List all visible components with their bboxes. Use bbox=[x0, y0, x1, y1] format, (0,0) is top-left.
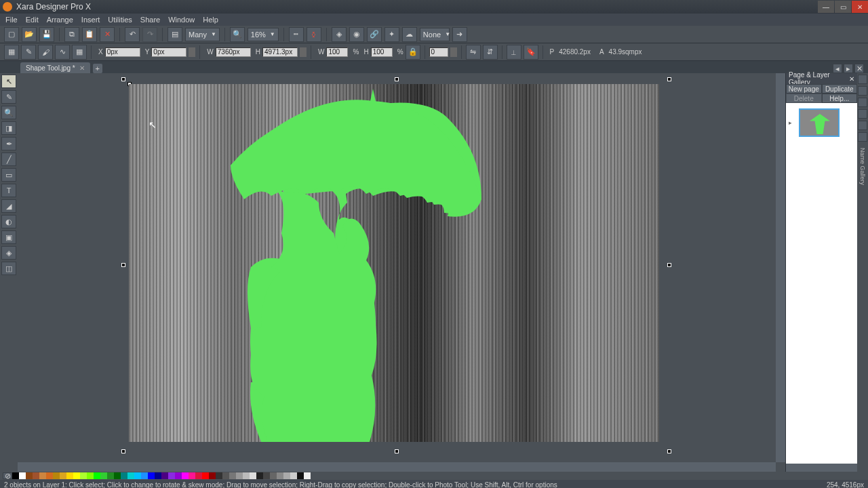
gallery5-icon[interactable] bbox=[858, 121, 867, 130]
color-swatch[interactable] bbox=[26, 472, 33, 479]
angle-spinner[interactable] bbox=[450, 47, 457, 57]
color-swatch[interactable] bbox=[250, 472, 256, 479]
delete-button[interactable]: Delete bbox=[786, 94, 822, 103]
angle-input[interactable] bbox=[429, 47, 448, 57]
color-swatch[interactable] bbox=[39, 472, 46, 479]
line-tool[interactable]: ╱ bbox=[1, 152, 16, 166]
canvas-area[interactable]: ↖ bbox=[18, 73, 785, 472]
panel-scrollbar[interactable] bbox=[786, 464, 857, 472]
close-button[interactable]: ✕ bbox=[852, 1, 868, 13]
color-swatch[interactable] bbox=[114, 472, 121, 479]
color-swatch[interactable] bbox=[73, 472, 80, 479]
color-swatch[interactable] bbox=[66, 472, 73, 479]
gallery2-icon[interactable] bbox=[858, 86, 867, 96]
color-swatch[interactable] bbox=[236, 472, 243, 479]
color-swatch[interactable] bbox=[121, 472, 127, 479]
color-swatch[interactable] bbox=[189, 472, 195, 479]
menu-insert[interactable]: Insert bbox=[81, 16, 100, 24]
zoom-dropdown[interactable]: 16%▼ bbox=[248, 28, 279, 41]
menu-file[interactable]: File bbox=[5, 16, 18, 24]
color-swatch[interactable] bbox=[182, 472, 189, 479]
grid-icon[interactable]: ▦ bbox=[72, 45, 87, 60]
selection-type-dropdown[interactable]: Many▼ bbox=[185, 28, 220, 41]
undo-button[interactable]: ↶ bbox=[125, 27, 140, 42]
color-swatch[interactable] bbox=[304, 472, 311, 479]
new-button[interactable]: ▢ bbox=[4, 27, 19, 42]
color-swatch[interactable] bbox=[195, 472, 202, 479]
help-button[interactable]: Help... bbox=[822, 94, 858, 103]
color-swatch[interactable] bbox=[229, 472, 236, 479]
color-swatch[interactable] bbox=[107, 472, 114, 479]
color-swatch[interactable] bbox=[161, 472, 168, 479]
eraser-tool[interactable]: ◨ bbox=[1, 121, 16, 135]
selection-handle[interactable] bbox=[121, 263, 125, 267]
redo-button[interactable]: ↷ bbox=[142, 27, 157, 42]
bevel-tool[interactable]: ◈ bbox=[1, 246, 16, 260]
color-swatch[interactable] bbox=[283, 472, 290, 479]
paste-button[interactable]: 📋 bbox=[82, 27, 97, 42]
selection-handle[interactable] bbox=[395, 77, 399, 81]
color-swatch[interactable] bbox=[60, 472, 66, 479]
color-swatch[interactable] bbox=[222, 472, 229, 479]
color-swatch[interactable] bbox=[94, 472, 100, 479]
brush-icon[interactable]: 🖌 bbox=[38, 45, 53, 60]
maximize-button[interactable]: ▭ bbox=[835, 1, 851, 13]
selection-handle[interactable] bbox=[667, 77, 671, 81]
rectangle-tool[interactable]: ▭ bbox=[1, 168, 16, 182]
color-swatch[interactable] bbox=[270, 472, 277, 479]
xy-spinner[interactable] bbox=[189, 47, 195, 57]
selection-handle[interactable] bbox=[667, 449, 671, 453]
lock-aspect-icon[interactable]: 🔒 bbox=[406, 45, 420, 60]
apply-button[interactable]: ➜ bbox=[452, 27, 467, 42]
save-button[interactable]: 💾 bbox=[39, 27, 54, 42]
expand-icon[interactable]: ▸ bbox=[789, 119, 792, 126]
color-swatch[interactable] bbox=[297, 472, 304, 479]
selection-handle[interactable] bbox=[667, 263, 671, 267]
color-swatch[interactable] bbox=[277, 472, 283, 479]
color-swatch[interactable] bbox=[46, 472, 53, 479]
y-input[interactable] bbox=[151, 47, 186, 57]
wp-input[interactable] bbox=[326, 47, 348, 57]
new-tab-button[interactable]: + bbox=[93, 64, 102, 73]
delete-button[interactable]: ✕ bbox=[100, 27, 115, 42]
color-swatch[interactable] bbox=[12, 472, 19, 479]
photo-tool[interactable]: 🔍 bbox=[1, 106, 16, 119]
menu-share[interactable]: Share bbox=[140, 16, 160, 24]
x-input[interactable] bbox=[105, 47, 140, 57]
color-swatch[interactable] bbox=[141, 472, 148, 479]
tab-close-icon[interactable]: ✕ bbox=[79, 64, 85, 72]
newpage-button[interactable]: New page bbox=[786, 84, 822, 94]
color-swatch[interactable] bbox=[33, 472, 39, 479]
picker2-button[interactable]: ◉ bbox=[349, 27, 364, 42]
layers-button[interactable]: ▤ bbox=[167, 27, 182, 42]
gallery1-icon[interactable] bbox=[858, 75, 867, 84]
color-swatch[interactable] bbox=[216, 472, 222, 479]
w-input[interactable] bbox=[216, 47, 251, 57]
color-swatch[interactable] bbox=[19, 472, 26, 479]
open-button[interactable]: 📂 bbox=[22, 27, 37, 42]
color-swatch[interactable] bbox=[53, 472, 60, 479]
color-swatch[interactable] bbox=[263, 472, 270, 479]
color-swatch[interactable] bbox=[100, 472, 107, 479]
color-swatch[interactable] bbox=[168, 472, 175, 479]
text-tool[interactable]: T bbox=[1, 184, 16, 197]
flip-v-icon[interactable]: ⇵ bbox=[483, 45, 498, 60]
color-swatch[interactable] bbox=[202, 472, 209, 479]
menu-edit[interactable]: Edit bbox=[26, 16, 39, 24]
color-swatch[interactable] bbox=[134, 472, 141, 479]
effects-button[interactable]: ✦ bbox=[384, 27, 399, 42]
menu-help[interactable]: Help bbox=[203, 16, 218, 24]
gallery4-icon[interactable] bbox=[858, 109, 867, 119]
tab-shape-tool[interactable]: Shape Tool.jpg * ✕ bbox=[20, 62, 90, 73]
pen-tool[interactable]: ✒ bbox=[1, 137, 16, 150]
color-swatch[interactable] bbox=[148, 472, 155, 479]
color-swatch[interactable] bbox=[127, 472, 134, 479]
color-swatch[interactable] bbox=[209, 472, 216, 479]
selection-handle[interactable] bbox=[121, 449, 125, 453]
shape-editor-tool[interactable]: ✎ bbox=[1, 90, 16, 104]
menu-arrange[interactable]: Arrange bbox=[47, 16, 73, 24]
selection-handle[interactable] bbox=[395, 449, 399, 453]
zoom-icon[interactable]: 🔍 bbox=[230, 27, 245, 42]
freehand-icon[interactable]: ✎ bbox=[21, 45, 36, 60]
h-input[interactable] bbox=[262, 47, 298, 57]
